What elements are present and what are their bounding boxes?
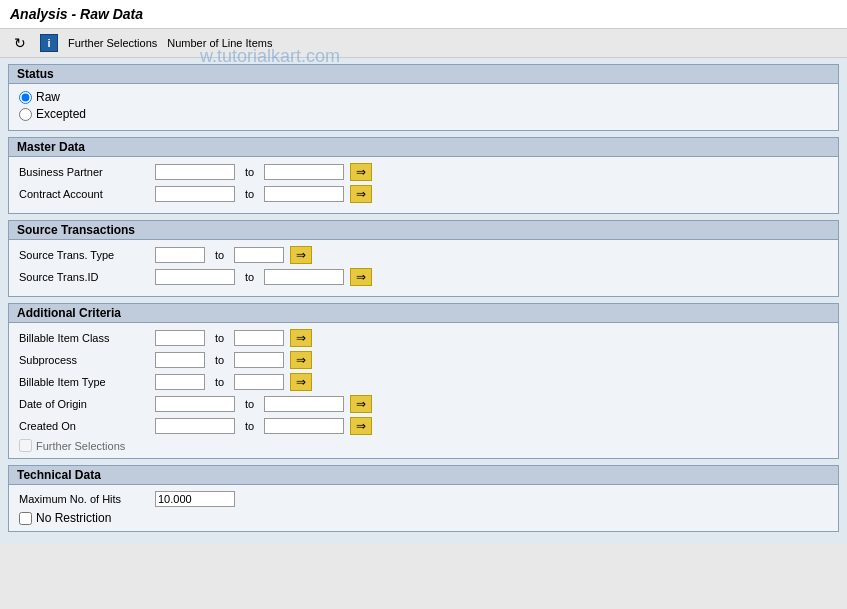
source-transactions-header: Source Transactions	[9, 221, 838, 240]
date-of-origin-arrow-btn[interactable]: ⇒	[350, 395, 372, 413]
date-of-origin-to-label: to	[241, 398, 258, 410]
source-transactions-body: Source Trans. Type to ⇒ Source Trans.ID …	[9, 240, 838, 296]
master-data-body: Business Partner to ⇒ Contract Account t…	[9, 157, 838, 213]
no-restriction-checkbox[interactable]	[19, 512, 32, 525]
additional-criteria-body: Billable Item Class to ⇒ Subprocess to ⇒…	[9, 323, 838, 458]
created-on-to-input[interactable]	[264, 418, 344, 434]
status-excepted-radio[interactable]	[19, 108, 32, 121]
billable-item-type-from-input[interactable]	[155, 374, 205, 390]
content-area: Status Raw Excepted Master Data Business…	[0, 58, 847, 544]
no-restriction-label: No Restriction	[36, 511, 111, 525]
source-trans-type-to-input[interactable]	[234, 247, 284, 263]
date-of-origin-row: Date of Origin to ⇒	[19, 395, 828, 413]
number-of-line-items-button[interactable]: Number of Line Items	[167, 37, 272, 49]
billable-item-type-to-input[interactable]	[234, 374, 284, 390]
status-raw-radio[interactable]	[19, 91, 32, 104]
status-section-header: Status	[9, 65, 838, 84]
created-on-from-input[interactable]	[155, 418, 235, 434]
status-excepted-label: Excepted	[36, 107, 86, 121]
source-trans-type-to-label: to	[211, 249, 228, 261]
created-on-label: Created On	[19, 420, 149, 432]
title-bar: Analysis - Raw Data	[0, 0, 847, 29]
billable-item-type-arrow-btn[interactable]: ⇒	[290, 373, 312, 391]
status-section: Status Raw Excepted	[8, 64, 839, 131]
contract-account-to-label: to	[241, 188, 258, 200]
contract-account-label: Contract Account	[19, 188, 149, 200]
info-icon[interactable]: i	[40, 34, 58, 52]
subprocess-to-input[interactable]	[234, 352, 284, 368]
master-data-section: Master Data Business Partner to ⇒ Contra…	[8, 137, 839, 214]
additional-criteria-header: Additional Criteria	[9, 304, 838, 323]
date-of-origin-from-input[interactable]	[155, 396, 235, 412]
source-trans-id-row: Source Trans.ID to ⇒	[19, 268, 828, 286]
subprocess-label: Subprocess	[19, 354, 149, 366]
billable-item-class-to-label: to	[211, 332, 228, 344]
subprocess-to-label: to	[211, 354, 228, 366]
source-trans-id-label: Source Trans.ID	[19, 271, 149, 283]
subprocess-arrow-btn[interactable]: ⇒	[290, 351, 312, 369]
no-restriction-checkbox-row: No Restriction	[19, 511, 828, 525]
date-of-origin-label: Date of Origin	[19, 398, 149, 410]
source-transactions-section: Source Transactions Source Trans. Type t…	[8, 220, 839, 297]
status-raw-label: Raw	[36, 90, 60, 104]
contract-account-from-input[interactable]	[155, 186, 235, 202]
further-selections-checkbox-row: Further Selections	[19, 439, 828, 452]
date-of-origin-to-input[interactable]	[264, 396, 344, 412]
further-selections-checkbox-label: Further Selections	[36, 440, 125, 452]
master-data-header: Master Data	[9, 138, 838, 157]
toolbar: ↻ i Further Selections Number of Line It…	[0, 29, 847, 58]
source-trans-id-to-label: to	[241, 271, 258, 283]
billable-item-type-row: Billable Item Type to ⇒	[19, 373, 828, 391]
status-section-body: Raw Excepted	[9, 84, 838, 130]
contract-account-arrow-btn[interactable]: ⇒	[350, 185, 372, 203]
technical-data-header: Technical Data	[9, 466, 838, 485]
source-trans-type-row: Source Trans. Type to ⇒	[19, 246, 828, 264]
technical-data-body: Maximum No. of Hits No Restriction	[9, 485, 838, 531]
page-title: Analysis - Raw Data	[10, 6, 837, 22]
billable-item-class-arrow-btn[interactable]: ⇒	[290, 329, 312, 347]
business-partner-label: Business Partner	[19, 166, 149, 178]
source-trans-id-to-input[interactable]	[264, 269, 344, 285]
business-partner-to-label: to	[241, 166, 258, 178]
refresh-icon[interactable]: ↻	[10, 33, 30, 53]
billable-item-class-to-input[interactable]	[234, 330, 284, 346]
created-on-to-label: to	[241, 420, 258, 432]
max-hits-input[interactable]	[155, 491, 235, 507]
business-partner-row: Business Partner to ⇒	[19, 163, 828, 181]
contract-account-row: Contract Account to ⇒	[19, 185, 828, 203]
source-trans-type-arrow-btn[interactable]: ⇒	[290, 246, 312, 264]
further-selections-checkbox[interactable]	[19, 439, 32, 452]
created-on-arrow-btn[interactable]: ⇒	[350, 417, 372, 435]
technical-data-section: Technical Data Maximum No. of Hits No Re…	[8, 465, 839, 532]
billable-item-class-label: Billable Item Class	[19, 332, 149, 344]
business-partner-arrow-btn[interactable]: ⇒	[350, 163, 372, 181]
subprocess-row: Subprocess to ⇒	[19, 351, 828, 369]
source-trans-id-from-input[interactable]	[155, 269, 235, 285]
source-trans-type-label: Source Trans. Type	[19, 249, 149, 261]
additional-criteria-section: Additional Criteria Billable Item Class …	[8, 303, 839, 459]
further-selections-button[interactable]: Further Selections	[68, 37, 157, 49]
max-hits-label: Maximum No. of Hits	[19, 493, 149, 505]
status-raw-row: Raw	[19, 90, 828, 104]
status-excepted-row: Excepted	[19, 107, 828, 121]
business-partner-to-input[interactable]	[264, 164, 344, 180]
source-trans-id-arrow-btn[interactable]: ⇒	[350, 268, 372, 286]
contract-account-to-input[interactable]	[264, 186, 344, 202]
billable-item-class-from-input[interactable]	[155, 330, 205, 346]
source-trans-type-from-input[interactable]	[155, 247, 205, 263]
billable-item-type-label: Billable Item Type	[19, 376, 149, 388]
billable-item-type-to-label: to	[211, 376, 228, 388]
subprocess-from-input[interactable]	[155, 352, 205, 368]
business-partner-from-input[interactable]	[155, 164, 235, 180]
created-on-row: Created On to ⇒	[19, 417, 828, 435]
max-hits-row: Maximum No. of Hits	[19, 491, 828, 507]
billable-item-class-row: Billable Item Class to ⇒	[19, 329, 828, 347]
